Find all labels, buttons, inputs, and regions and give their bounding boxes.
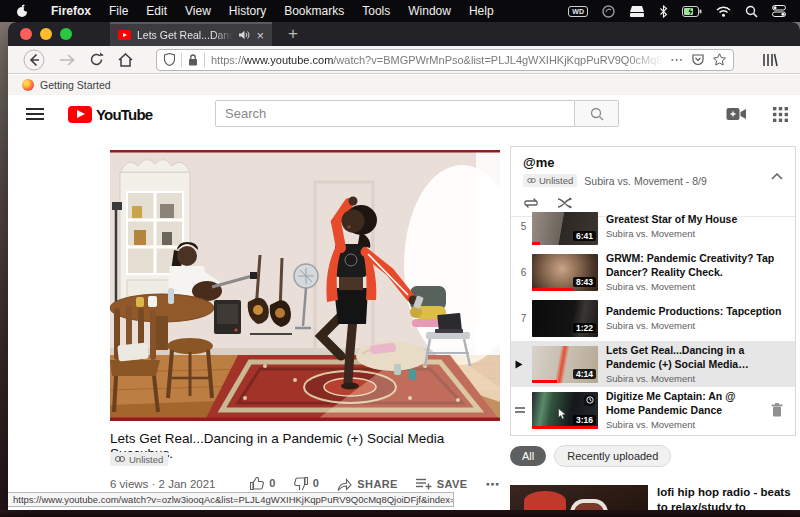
bookmark-getting-started[interactable]: Getting Started <box>40 79 111 91</box>
search-input[interactable]: Search <box>215 100 575 127</box>
video-thumbnail: 8:43 <box>532 254 598 291</box>
drag-handle-icon[interactable] <box>515 407 532 413</box>
disk-drive-icon[interactable] <box>629 5 645 18</box>
video-frame <box>110 150 500 421</box>
view-count: 6 views · 2 Jan 2021 <box>110 478 215 490</box>
playlist-items: 5 6:41 Greatest Star of My House Subira … <box>511 212 795 435</box>
playlist-add-icon <box>416 478 432 490</box>
lock-icon[interactable] <box>188 54 198 66</box>
navigation-toolbar: https://www.youtube.com/watch?v=BMGPWrMn… <box>8 46 800 74</box>
video-meta-row: 6 views · 2 Jan 2021 0 0 SHARE <box>110 476 500 492</box>
url-text: https://www.youtube.com/watch?v=BMGPWrMn… <box>211 54 664 66</box>
duration-badge: 3:16 <box>573 415 596 425</box>
unlisted-badge: Unlisted <box>110 452 168 466</box>
dislike-button[interactable]: 0 <box>294 477 320 490</box>
sync-status-icon[interactable] <box>602 5 615 18</box>
search-button[interactable] <box>575 100 619 127</box>
suggested-video[interactable]: lofi hip hop radio - beats to relax/stud… <box>510 485 796 510</box>
status-bar: https://www.youtube.com/watch?v=ozlw3ioo… <box>8 492 454 507</box>
thumbs-down-icon <box>294 477 308 490</box>
back-button[interactable] <box>23 49 45 71</box>
browser-tab[interactable]: Lets Get Real...Dancing in a × <box>110 22 272 46</box>
menu-bookmarks[interactable]: Bookmarks <box>275 4 353 18</box>
playlist-item[interactable]: 3:16 Digitize Me Captain: An @ Home Pand… <box>511 387 795 433</box>
more-actions-button[interactable]: ⋯ <box>486 476 500 492</box>
thumbs-up-icon <box>250 477 264 490</box>
bluetooth-icon[interactable] <box>659 5 668 18</box>
battery-icon[interactable] <box>682 6 702 17</box>
wd-utility-icon[interactable]: WD <box>568 6 588 17</box>
apple-menu-icon[interactable] <box>16 4 28 18</box>
bookmark-star-icon[interactable] <box>713 53 726 66</box>
library-icon[interactable] <box>762 53 778 67</box>
tab-title: Lets Get Real...Dancing in a <box>137 29 233 41</box>
page-content: YouTube Search <box>8 95 800 510</box>
video-title: Lets Get Real...Dancing in a Pandemic (+… <box>110 431 500 461</box>
page-actions-overflow-icon[interactable]: ⋯ <box>670 52 683 67</box>
wifi-icon[interactable] <box>716 6 731 17</box>
youtube-logo[interactable]: YouTube <box>68 106 152 123</box>
duration-badge: 1:22 <box>573 323 596 333</box>
playlist-item[interactable]: 6 8:43 GRWM: Pandemic Creativity? Tap Da… <box>511 249 795 295</box>
link-icon <box>115 456 125 462</box>
playlist-unlisted-badge: Unlisted <box>523 174 577 187</box>
menu-history[interactable]: History <box>220 4 275 18</box>
youtube-favicon <box>118 30 131 40</box>
pocket-icon[interactable] <box>692 54 704 66</box>
lamp-artwork <box>524 491 566 510</box>
watch-later-icon[interactable] <box>584 395 595 406</box>
menu-help[interactable]: Help <box>460 4 503 18</box>
mouse-cursor <box>558 408 567 420</box>
close-window-button[interactable] <box>20 28 32 40</box>
suggested-thumbnail <box>510 485 648 510</box>
zoom-window-button[interactable] <box>60 28 72 40</box>
minimize-window-button[interactable] <box>40 28 52 40</box>
playlist-panel: @me Unlisted Subira vs. Movement - 8/9 5 <box>510 146 796 436</box>
browser-window: Lets Get Real...Dancing in a × + https:/… <box>8 22 800 510</box>
menu-tools[interactable]: Tools <box>353 4 399 18</box>
playlist-subtitle: Subira vs. Movement - 8/9 <box>584 175 707 187</box>
playlist-item[interactable]: 7 1:22 Pandemic Productions: Tapception … <box>511 295 795 341</box>
forward-button[interactable] <box>59 53 75 67</box>
loop-playlist-icon[interactable] <box>523 197 539 209</box>
shuffle-playlist-icon[interactable] <box>557 197 573 209</box>
share-button[interactable]: SHARE <box>337 478 398 491</box>
chip-all[interactable]: All <box>510 446 546 466</box>
menu-file[interactable]: File <box>100 4 137 18</box>
menu-edit[interactable]: Edit <box>137 4 176 18</box>
url-bar[interactable]: https://www.youtube.com/watch?v=BMGPWrMn… <box>156 49 734 71</box>
video-thumbnail: 6:41 <box>532 212 598 245</box>
playlist-header: @me Unlisted Subira vs. Movement - 8/9 <box>511 147 795 189</box>
duration-badge: 4:14 <box>573 369 596 379</box>
duration-badge: 8:43 <box>573 277 596 287</box>
spotlight-search-icon[interactable] <box>745 5 758 18</box>
save-button[interactable]: SAVE <box>416 478 468 490</box>
guide-menu-icon[interactable] <box>26 108 44 120</box>
reload-button[interactable] <box>89 52 104 67</box>
tab-close-icon[interactable]: × <box>256 29 264 42</box>
home-button[interactable] <box>118 53 133 67</box>
new-tab-button[interactable]: + <box>288 24 298 44</box>
collapse-playlist-icon[interactable] <box>771 173 783 180</box>
playlist-item[interactable]: 5 6:41 Greatest Star of My House Subira … <box>511 212 795 249</box>
bookmarks-toolbar: Getting Started <box>8 75 800 95</box>
menu-view[interactable]: View <box>176 4 220 18</box>
tracking-protection-shield-icon[interactable] <box>164 53 175 66</box>
video-thumbnail: 3:16 <box>532 392 598 429</box>
youtube-apps-icon[interactable] <box>773 107 788 122</box>
playlist-name[interactable]: @me <box>523 155 783 170</box>
playlist-item-current[interactable]: 4:14 Lets Get Real...Dancing in a Pandem… <box>511 341 795 387</box>
link-icon <box>527 178 536 183</box>
firefox-bookmark-icon <box>22 79 34 91</box>
remove-from-playlist-icon[interactable] <box>771 403 783 417</box>
tab-audio-icon[interactable] <box>239 30 250 40</box>
menu-firefox[interactable]: Firefox <box>42 4 100 18</box>
create-video-icon[interactable] <box>726 107 747 121</box>
video-player[interactable] <box>110 150 500 421</box>
control-center-icon[interactable] <box>772 5 786 17</box>
chip-recently-uploaded[interactable]: Recently uploaded <box>554 445 671 467</box>
menu-window[interactable]: Window <box>399 4 460 18</box>
like-button[interactable]: 0 <box>250 477 276 490</box>
youtube-play-icon <box>68 106 92 123</box>
video-thumbnail: 4:14 <box>532 346 598 383</box>
